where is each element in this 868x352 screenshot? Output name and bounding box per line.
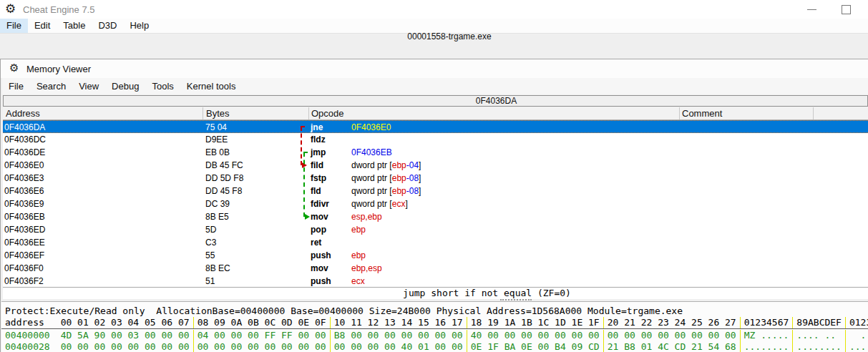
disasm-row[interactable]: 0F4036E0DB 45 FCfilddword ptr [ebp-04] bbox=[3, 159, 868, 172]
hex-byte-group: 00 00 00 00 00 00 00 00 bbox=[604, 330, 741, 341]
address-cell: 0F4036E3 bbox=[4, 172, 44, 185]
hex-ascii-group: .... .. bbox=[793, 330, 846, 341]
address-cell: 0F4036E6 bbox=[4, 185, 44, 197]
minimize-icon[interactable] bbox=[807, 9, 816, 10]
mnemonic-cell: mov bbox=[311, 262, 328, 275]
menu-item-file[interactable]: File bbox=[2, 78, 30, 94]
disasm-row[interactable]: 0F4036DCD9EEfldz bbox=[3, 133, 868, 146]
disasm-row[interactable]: 0F4036DEEB 0Bjmp0F4036EB bbox=[3, 146, 868, 159]
hex-byte-group: 00 00 00 00 40 01 00 00 bbox=[331, 341, 467, 352]
menu-item-debug[interactable]: Debug bbox=[105, 78, 145, 94]
hex-row-address: 00400000 bbox=[5, 330, 57, 341]
disassembler-column-header: AddressBytesOpcodeComment bbox=[3, 107, 868, 120]
disasm-row[interactable]: 0F4036EEC3ret bbox=[3, 236, 868, 249]
column-header-address[interactable]: Address bbox=[6, 108, 40, 119]
menu-item-view[interactable]: View bbox=[72, 78, 105, 94]
disasm-row[interactable]: 0F4036E9DC 39fdivrqword ptr [ecx] bbox=[3, 197, 868, 210]
memory-viewer-window: ⚙ Memory Viewer FileSearchViewDebugTools… bbox=[0, 59, 868, 352]
bytes-cell: 8B EC bbox=[205, 262, 230, 275]
hex-ascii-group: .. ... bbox=[846, 330, 868, 341]
address-cell: 0F4036DA bbox=[4, 121, 45, 134]
window-title: Cheat Engine 7.5 bbox=[23, 4, 94, 15]
hex-byte-group: 08 09 0A 0B 0C 0D 0E 0F bbox=[194, 317, 331, 328]
bytes-cell: C3 bbox=[205, 236, 216, 249]
jump-line-start bbox=[301, 126, 305, 127]
mnemonic-cell: mov bbox=[311, 210, 328, 223]
address-cell: 0F4036EB bbox=[4, 210, 45, 223]
bytes-cell: DB 45 FC bbox=[205, 159, 243, 172]
bytes-cell: 5D bbox=[205, 223, 216, 236]
hex-byte-group: 0E 1F BA 0E 00 B4 09 CD bbox=[467, 341, 604, 352]
instruction-hint-bar: jump short if not equal (ZF=0) bbox=[3, 287, 868, 299]
jump-line-start bbox=[303, 152, 308, 153]
maximize-icon[interactable] bbox=[842, 5, 851, 14]
disasm-row[interactable]: 0F4036E6DD 45 F8fldqword ptr [ebp-08] bbox=[3, 185, 868, 197]
operand-cell: 0F4036EB bbox=[351, 146, 392, 159]
mnemonic-cell: fldz bbox=[311, 133, 326, 146]
address-cell: 0F4036EE bbox=[4, 236, 45, 249]
disasm-row[interactable]: 0F4036E3DD 5D F8fstpqword ptr [ebp-08] bbox=[3, 172, 868, 185]
hex-ascii-group: ........ bbox=[793, 341, 846, 352]
hex-ascii-group: 01234567 bbox=[846, 317, 868, 328]
bytes-cell: DC 39 bbox=[205, 197, 230, 210]
column-separator[interactable] bbox=[308, 107, 309, 119]
disasm-row[interactable]: 0F4036EF55pushebp bbox=[3, 249, 868, 262]
disasm-row[interactable]: 0F4036ED5Dpopebp bbox=[3, 223, 868, 236]
bytes-cell: 51 bbox=[205, 275, 215, 287]
column-header-comment[interactable]: Comment bbox=[682, 108, 722, 119]
mnemonic-cell: push bbox=[311, 275, 331, 287]
hex-byte-group: 18 19 1A 1B 1C 1D 1E 1F bbox=[467, 317, 604, 328]
column-separator[interactable] bbox=[679, 107, 680, 119]
hex-byte-group: B8 00 00 00 00 00 00 00 bbox=[331, 330, 467, 341]
hex-header-divider bbox=[1, 328, 868, 329]
address-cell: 0F4036F2 bbox=[4, 275, 44, 287]
attached-process-label: 00001558-trgame.exe bbox=[32, 31, 867, 41]
cheat-engine-titlebar: ⚙ Cheat Engine 7.5 bbox=[0, 0, 868, 19]
address-cell: 0F4036ED bbox=[4, 223, 45, 236]
hex-byte-group: 04 00 00 00 FF FF 00 00 bbox=[194, 330, 331, 341]
hex-byte-group: 00 00 00 00 00 00 00 00 bbox=[194, 341, 331, 352]
menu-item-tools[interactable]: Tools bbox=[145, 78, 180, 94]
hex-column-header: address 00 01 02 03 04 05 06 0708 09 0A … bbox=[5, 317, 868, 328]
mnemonic-cell: ret bbox=[311, 236, 321, 249]
hex-row[interactable]: 004000004D 5A 90 00 03 00 00 0004 00 00 … bbox=[5, 330, 868, 341]
menu-item-edit[interactable]: Edit bbox=[28, 19, 57, 33]
address-cell: 0F4036F0 bbox=[4, 262, 44, 275]
operand-cell: qword ptr [ecx] bbox=[351, 197, 408, 210]
hex-ascii-group: ........ bbox=[741, 341, 794, 352]
bytes-cell: 75 04 bbox=[205, 121, 227, 134]
hexadecimal-view[interactable]: Protect:Execute/Read only AllocationBase… bbox=[1, 301, 868, 352]
memory-viewer-titlebar: ⚙ Memory Viewer bbox=[1, 59, 868, 78]
column-separator[interactable] bbox=[813, 107, 814, 119]
hex-ascii-group: MZ ..... bbox=[741, 330, 794, 341]
menu-item-kernel-tools[interactable]: Kernel tools bbox=[180, 78, 243, 94]
operand-cell: dword ptr [ebp-04] bbox=[351, 159, 421, 172]
menu-item-d3d[interactable]: D3D bbox=[92, 19, 123, 33]
disasm-row[interactable]: 0F4036F251pushecx bbox=[3, 275, 868, 287]
bytes-cell: 8B E5 bbox=[205, 210, 229, 223]
disassembler-view[interactable]: 0F4036DA75 04jne0F4036E00F4036DCD9EEfldz… bbox=[3, 120, 868, 287]
bytes-cell: DD 5D F8 bbox=[205, 172, 243, 185]
mnemonic-cell: fld bbox=[311, 185, 321, 197]
column-header-opcode[interactable]: Opcode bbox=[311, 108, 344, 119]
main-menubar: FileEditTableD3DHelp bbox=[0, 19, 868, 33]
operand-cell: ebp bbox=[351, 223, 366, 236]
menu-item-file[interactable]: File bbox=[0, 19, 28, 33]
address-cell: 0F4036DE bbox=[4, 146, 45, 159]
mnemonic-cell: pop bbox=[311, 223, 326, 236]
cheat-engine-logo-icon: ⚙ bbox=[5, 1, 16, 17]
hex-byte-group: 21 B8 01 4C CD 21 54 68 bbox=[604, 341, 741, 352]
menu-item-help[interactable]: Help bbox=[123, 19, 155, 33]
hex-ascii-group: 01234567 bbox=[741, 317, 794, 328]
disasm-row[interactable]: 0F4036EB8B E5movesp,ebp bbox=[3, 210, 868, 223]
mnemonic-cell: fild bbox=[311, 159, 323, 172]
column-separator[interactable] bbox=[203, 107, 203, 119]
hex-row-address: 00400028 bbox=[5, 341, 57, 352]
menu-item-table[interactable]: Table bbox=[57, 19, 92, 33]
current-address-bar[interactable]: 0F4036DA bbox=[3, 95, 868, 107]
disasm-row[interactable]: 0F4036DA75 04jne0F4036E0 bbox=[3, 120, 868, 133]
column-header-bytes[interactable]: Bytes bbox=[206, 108, 230, 119]
hex-row[interactable]: 0040002800 00 00 00 00 00 00 0000 00 00 … bbox=[5, 341, 868, 352]
menu-item-search[interactable]: Search bbox=[30, 78, 72, 94]
disasm-row[interactable]: 0F4036F08B ECmovebp,esp bbox=[3, 262, 868, 275]
